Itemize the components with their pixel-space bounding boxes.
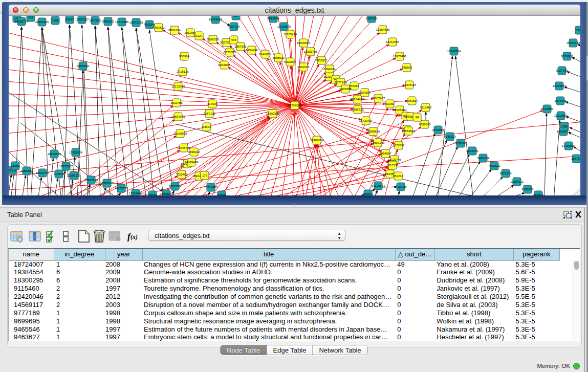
svg-text:9463627: 9463627 (406, 99, 418, 102)
svg-text:5186328: 5186328 (207, 38, 219, 41)
svg-text:10973493: 10973493 (393, 55, 407, 58)
svg-text:8215955: 8215955 (541, 107, 553, 111)
svg-text:252214: 252214 (393, 174, 404, 178)
svg-text:10120746: 10120746 (388, 158, 402, 161)
svg-text:88: 88 (234, 16, 238, 17)
svg-text:15751074: 15751074 (567, 41, 580, 45)
svg-text:1075692: 1075692 (393, 144, 405, 147)
svg-text:15640910: 15640910 (297, 41, 311, 45)
svg-text:10654112: 10654112 (510, 180, 524, 183)
svg-text:2718126: 2718126 (177, 70, 189, 73)
svg-text:(x): (x) (130, 233, 138, 240)
svg-text:7357224: 7357224 (228, 25, 240, 28)
svg-text:19166825: 19166825 (173, 132, 187, 135)
svg-text:2867608: 2867608 (234, 45, 247, 48)
svg-text:9327: 9327 (195, 34, 203, 37)
svg-text:20991406: 20991406 (35, 20, 49, 24)
svg-text:15061: 15061 (11, 164, 20, 167)
svg-text:16154838: 16154838 (376, 28, 390, 31)
svg-text:95059: 95059 (162, 192, 171, 195)
svg-text:1588520: 1588520 (272, 56, 285, 59)
svg-text:9777169: 9777169 (335, 81, 347, 84)
svg-text:8813054: 8813054 (267, 17, 279, 20)
svg-text:8938923: 8938923 (444, 135, 456, 138)
svg-text:19654943: 19654943 (171, 115, 185, 118)
svg-text:5322037: 5322037 (284, 60, 296, 63)
svg-text:209: 209 (28, 16, 34, 19)
svg-text:9857791: 9857791 (169, 185, 181, 188)
svg-text:945474: 945474 (533, 193, 544, 195)
svg-text:9329966: 9329966 (561, 55, 573, 58)
svg-text:3624554: 3624554 (359, 91, 371, 94)
svg-text:53594: 53594 (203, 125, 211, 128)
svg-text:86696: 86696 (217, 193, 226, 195)
svg-text:11325419: 11325419 (284, 33, 297, 36)
svg-text:62160: 62160 (386, 102, 395, 105)
svg-text:2105334: 2105334 (77, 64, 89, 68)
svg-text:988964: 988964 (179, 55, 190, 58)
svg-text:17957275: 17957275 (84, 179, 98, 182)
svg-text:16648784: 16648784 (447, 50, 461, 53)
svg-text:1733426: 1733426 (395, 185, 407, 188)
svg-text:179: 179 (202, 174, 208, 177)
svg-text:9227349: 9227349 (556, 69, 568, 72)
svg-text:7986322: 7986322 (352, 108, 364, 111)
svg-text:3267130: 3267130 (203, 112, 215, 115)
svg-text:9474444: 9474444 (466, 149, 478, 152)
svg-text:15692971: 15692971 (557, 130, 571, 133)
svg-text:17016504: 17016504 (562, 144, 576, 147)
svg-text:317006: 317006 (207, 102, 218, 105)
svg-text:12213369: 12213369 (171, 85, 185, 88)
svg-text:17359924: 17359924 (69, 151, 83, 154)
svg-text:6497568: 6497568 (339, 87, 352, 91)
svg-text:20206536: 20206536 (48, 152, 61, 156)
svg-text:1112: 1112 (576, 29, 580, 32)
svg-text:19384554: 19384554 (310, 139, 324, 142)
svg-text:14099489: 14099489 (185, 161, 199, 164)
svg-text:1156829: 1156829 (21, 169, 33, 172)
svg-text:15716485: 15716485 (204, 186, 218, 189)
svg-text:73634: 73634 (148, 193, 157, 195)
svg-text:10961758: 10961758 (304, 50, 318, 53)
svg-text:10807467: 10807467 (372, 97, 385, 100)
svg-text:14055724: 14055724 (15, 20, 29, 23)
svg-text:7625402: 7625402 (176, 173, 188, 176)
svg-text:1010755: 1010755 (170, 101, 183, 104)
svg-text:20364436: 20364436 (351, 98, 364, 101)
svg-text:8471676: 8471676 (499, 172, 512, 175)
svg-text:18300295: 18300295 (266, 112, 280, 115)
svg-text:6794024: 6794024 (323, 68, 336, 71)
svg-text:16782759: 16782759 (115, 187, 128, 190)
svg-text:7663822: 7663822 (153, 26, 165, 29)
svg-text:2087682: 2087682 (365, 17, 378, 20)
svg-text:114519: 114519 (54, 172, 64, 176)
svg-text:1815132: 1815132 (386, 164, 399, 167)
svg-text:94: 94 (416, 116, 419, 119)
svg-text:12942737: 12942737 (36, 171, 50, 174)
svg-text:1244415: 1244415 (554, 99, 567, 102)
svg-text:16210643: 16210643 (554, 114, 568, 117)
svg-text:9115460: 9115460 (420, 106, 432, 109)
svg-text:1705: 1705 (52, 19, 59, 22)
svg-text:12093872: 12093872 (553, 84, 567, 87)
svg-text:17923446: 17923446 (129, 192, 143, 195)
svg-text:14136141: 14136141 (372, 184, 385, 187)
svg-text:9242848: 9242848 (218, 63, 230, 67)
svg-text:10025453: 10025453 (393, 108, 407, 112)
svg-text:18957: 18957 (66, 18, 74, 21)
svg-text:12975115: 12975115 (403, 83, 417, 86)
svg-text:6466160: 6466160 (102, 20, 114, 23)
svg-text:9245652: 9245652 (521, 188, 534, 191)
svg-text:15720407: 15720407 (359, 119, 373, 122)
svg-text:10958107: 10958107 (100, 182, 114, 185)
svg-text:546: 546 (231, 38, 237, 41)
svg-text:116753: 116753 (571, 157, 580, 160)
svg-text:9084067: 9084067 (379, 152, 391, 155)
svg-text:10671365: 10671365 (129, 21, 143, 24)
svg-text:2935114: 2935114 (477, 157, 490, 160)
svg-text:19218506: 19218506 (277, 25, 291, 28)
svg-text:1362615: 1362615 (297, 65, 310, 69)
svg-text:7955812: 7955812 (315, 59, 328, 62)
svg-text:18807249: 18807249 (371, 141, 385, 144)
svg-text:19654923: 19654923 (402, 129, 416, 133)
